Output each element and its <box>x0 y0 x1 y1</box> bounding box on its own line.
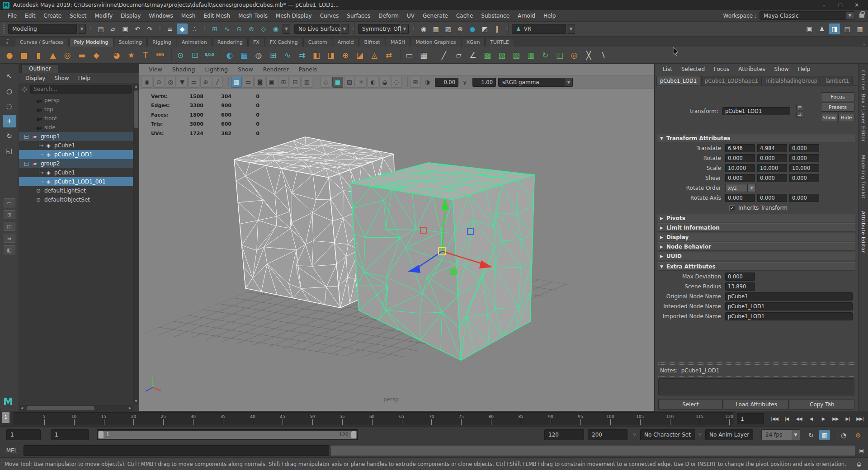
attribute-editor-menu-item[interactable]: Selected <box>677 66 709 72</box>
menu-item[interactable]: Display <box>117 13 145 19</box>
extra-attributes-section-header[interactable]: ▼ Extra Attributes <box>657 262 855 271</box>
platonic-solid-icon[interactable]: ★ <box>124 48 138 62</box>
textured-mode-icon[interactable]: ▨ <box>344 77 355 88</box>
chevron-down-icon[interactable]: ▼ <box>565 78 573 87</box>
layout-two-pane-stacked-icon[interactable]: ⊟ <box>4 234 15 243</box>
select-button[interactable]: Select <box>658 399 723 410</box>
lock-workspace-icon[interactable] <box>859 14 864 18</box>
modeling-toolkit-toggle-icon[interactable]: ▣ <box>804 24 815 34</box>
outliner-item-defaultobjectset[interactable]: defaultObjectSet <box>19 195 139 204</box>
animation-start-field[interactable]: 1 <box>6 429 41 440</box>
value-field[interactable]: pCube1 <box>725 292 853 301</box>
snap-to-point-icon[interactable]: ⊙ <box>234 24 245 34</box>
minimize-button[interactable]: – <box>819 2 829 8</box>
group-separator[interactable] <box>352 23 355 35</box>
shelf-tab[interactable]: Poly Modeling <box>69 38 113 47</box>
load-attributes-button[interactable]: Load Attributes <box>724 399 788 410</box>
layout-four-pane-icon[interactable]: ⊞ <box>4 210 15 219</box>
outliner-item-pcube1-b[interactable]: pCube1 <box>19 168 139 177</box>
poly-cube-icon[interactable]: ■ <box>17 48 31 62</box>
sidebar-vertical-tab[interactable]: Modeling Toolkit <box>860 155 866 199</box>
attribute-editor-menu-item[interactable]: List <box>658 66 677 72</box>
poly-cylinder-icon[interactable]: ▮ <box>32 48 45 62</box>
connect-tool-icon[interactable]: ▧ <box>509 48 523 62</box>
svg-tool-icon[interactable]: SVG <box>153 48 167 62</box>
wireframe-mode-icon[interactable]: ◇ <box>321 77 331 88</box>
grid-toggle-icon[interactable]: ▦ <box>231 77 242 88</box>
sculpt-grab-icon[interactable]: ▦ <box>237 48 251 62</box>
outliner-vertical-scrollbar[interactable]: ▲ ▼ <box>133 84 139 404</box>
shelf-tab[interactable]: Curves / Surfaces <box>15 38 69 47</box>
character-controls-toggle-icon[interactable]: ♟ <box>816 24 827 34</box>
group-separator[interactable] <box>203 23 206 35</box>
value-field-z[interactable]: 10.000 <box>789 164 819 172</box>
poly-cone-icon[interactable]: ▲ <box>46 48 60 62</box>
shelf-tab[interactable]: MASH <box>386 38 410 47</box>
cut-faces-icon[interactable]: ╳ <box>582 48 595 62</box>
script-editor-icon[interactable]: ▣ <box>857 446 866 455</box>
outliner-item-front[interactable]: front <box>19 114 139 123</box>
undo-icon[interactable]: ↶ <box>132 24 143 34</box>
move-tool-icon[interactable]: + <box>3 115 16 127</box>
collapse-expander-icon[interactable] <box>24 135 28 139</box>
step-forward-key-button[interactable]: ▶| <box>842 413 854 425</box>
value-field-z[interactable]: 0.000 <box>789 194 819 202</box>
redo-icon[interactable]: ↷ <box>144 24 155 34</box>
group-separator[interactable] <box>158 23 161 35</box>
menu-item[interactable]: Surfaces <box>343 13 374 19</box>
shelf-tab[interactable]: Custom <box>303 38 332 47</box>
anim-layer-field[interactable]: No Anim Layer <box>705 429 753 440</box>
chevron-down-icon[interactable]: ▼ <box>748 184 756 192</box>
snap-to-projected-center-icon[interactable]: ⊚ <box>246 24 257 34</box>
chevron-down-icon[interactable]: ▽ <box>698 432 702 437</box>
sculpt-smooth-icon[interactable]: ◍ <box>252 48 265 62</box>
targeted-projection-icon[interactable]: ⊙ <box>174 48 187 62</box>
value-field[interactable]: 0.000 <box>725 273 755 281</box>
animation-end-field[interactable]: 200 <box>588 429 627 440</box>
render-current-frame-icon[interactable]: ▦ <box>430 24 441 34</box>
new-scene-icon[interactable]: ▤ <box>95 24 106 34</box>
value-field-x[interactable]: 6.946 <box>725 144 755 152</box>
safe-title-icon[interactable]: ▥ <box>302 77 312 88</box>
outliner-item-pcube1-lod1[interactable]: pCube1_LOD1 <box>19 150 139 159</box>
focus-button[interactable]: Focus <box>821 92 854 101</box>
menu-item[interactable]: Modify <box>90 13 117 19</box>
menu-item[interactable]: Create <box>39 13 66 19</box>
snap-align-icon[interactable]: ⊡ <box>188 48 202 62</box>
film-gate-icon[interactable]: ▭ <box>243 77 254 88</box>
outliner-horizontal-scrollbar[interactable]: ◀ ▶ <box>19 405 133 411</box>
go-to-end-button[interactable]: ▶▶| <box>854 413 866 425</box>
transform-name-field[interactable]: pCube1_LOD1 <box>722 107 790 115</box>
node-tab[interactable]: lambert1 <box>822 76 853 85</box>
attribute-editor-menu-item[interactable]: Help <box>793 66 815 72</box>
hide-button[interactable]: Hide <box>838 113 854 122</box>
poly-sphere-icon[interactable]: ● <box>3 48 16 62</box>
open-scene-icon[interactable]: ▱ <box>108 24 118 34</box>
camera-attributes-icon[interactable]: ◎ <box>165 77 176 88</box>
menu-item[interactable]: Substance <box>477 13 514 19</box>
shadows-icon[interactable]: ◐ <box>368 77 378 88</box>
isolate-select-icon[interactable]: ⊠ <box>410 77 421 88</box>
snap-to-curve-icon[interactable]: ∿ <box>222 24 232 34</box>
select-hierarchy-mask-icon[interactable]: ≡ <box>165 24 175 34</box>
outliner-item-group2[interactable]: group2 <box>19 159 139 168</box>
grease-pencil-icon[interactable]: ╱ <box>212 77 223 88</box>
rotate-tool-icon[interactable]: ↻ <box>3 130 16 142</box>
go-to-start-button[interactable]: |◀◀ <box>769 413 780 425</box>
command-result-field[interactable] <box>330 445 855 456</box>
step-back-frame-button[interactable]: ◀◀ <box>793 413 805 425</box>
value-field-x[interactable]: 10.000 <box>725 164 755 172</box>
play-backwards-button[interactable]: ◀ <box>805 413 817 425</box>
colorspace-dropdown[interactable]: sRGB gamma ▼ <box>498 78 573 87</box>
gamma-icon[interactable]: γ <box>459 77 470 88</box>
panel-menu-item[interactable]: Lighting <box>200 66 233 73</box>
launch-render-setup-icon[interactable]: ◩ <box>479 24 490 34</box>
quad-draw-icon[interactable]: ▩ <box>481 48 494 62</box>
playback-start-field[interactable]: 1 <box>51 429 89 440</box>
sculpt-tool-icon[interactable]: ◐ <box>223 48 236 62</box>
step-back-key-button[interactable]: |◀ <box>781 413 793 425</box>
type-tool-icon[interactable]: T <box>139 48 152 62</box>
spin-edge-icon[interactable]: ↻ <box>538 48 552 62</box>
smooth-mesh-icon[interactable]: ◬ <box>368 48 381 62</box>
chevron-down-icon[interactable]: ▼ <box>341 24 349 34</box>
